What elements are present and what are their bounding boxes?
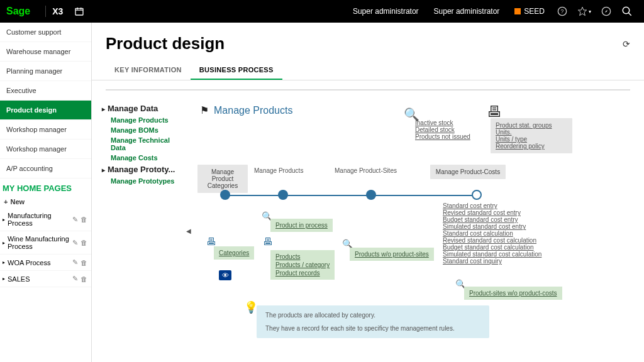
edit-icon[interactable]: ✎ bbox=[72, 275, 78, 283]
categories-link[interactable]: Categories bbox=[214, 246, 254, 260]
tab-key-info[interactable]: KEY INFORMATION bbox=[106, 60, 191, 80]
homepages-header: MY HOME PAGES bbox=[0, 178, 91, 195]
tree-node-manage-proto[interactable]: Manage Prototy... bbox=[102, 163, 186, 176]
link-cost-2[interactable]: Budget standard cost entry bbox=[443, 216, 541, 223]
calendar-icon[interactable] bbox=[74, 6, 84, 16]
tree-node-manage-boms[interactable]: Manage BOMs bbox=[102, 125, 186, 135]
link-cost-8[interactable]: Standard cost inquiry bbox=[443, 258, 541, 265]
process-tree: Manage Data Manage Products Manage BOMs … bbox=[92, 99, 186, 362]
favorite-icon[interactable]: ▾ bbox=[577, 6, 591, 16]
env-badge[interactable]: SEED bbox=[514, 7, 545, 16]
search-icon[interactable] bbox=[621, 6, 633, 17]
tab-bar: KEY INFORMATION BUSINESS PROCESS bbox=[92, 60, 644, 80]
svg-marker-8 bbox=[605, 10, 608, 13]
tree-node-manage-prototypes[interactable]: Manage Prototypes bbox=[102, 176, 186, 186]
edit-icon[interactable]: ✎ bbox=[72, 258, 78, 266]
user-link-1[interactable]: Super administrator bbox=[353, 7, 419, 16]
tab-business-process[interactable]: BUSINESS PROCESS bbox=[191, 60, 282, 80]
sidebar-item-6[interactable]: Workshop manager bbox=[0, 140, 91, 159]
edit-icon[interactable]: ✎ bbox=[72, 216, 78, 224]
sidebar-item-5[interactable]: Workshop manager bbox=[0, 120, 91, 140]
sidebar-item-2[interactable]: Planning manager bbox=[0, 62, 91, 81]
delete-icon[interactable]: 🗑 bbox=[80, 216, 87, 223]
process-diagram: ⚑ Manage Products 🔍 Inactive stock Detai… bbox=[191, 99, 644, 362]
env-label: SEED bbox=[524, 7, 545, 16]
divider bbox=[45, 6, 46, 17]
product-code: X3 bbox=[52, 6, 63, 16]
link-not-issued[interactable]: Products not issued bbox=[415, 133, 470, 140]
tree-node-manage-costs[interactable]: Manage Costs bbox=[102, 153, 186, 163]
link-cost-0[interactable]: Standard cost entry bbox=[443, 202, 541, 209]
link-products-cat[interactable]: Products / category bbox=[275, 261, 330, 269]
stage-categories: Manage Product Categories bbox=[197, 165, 248, 193]
tree-node-manage-products[interactable]: Manage Products bbox=[102, 115, 186, 125]
help-icon[interactable]: ? bbox=[557, 6, 567, 16]
node-1[interactable] bbox=[220, 190, 230, 200]
edit-icon[interactable]: ✎ bbox=[72, 239, 78, 247]
svg-rect-0 bbox=[75, 8, 83, 15]
link-units-type[interactable]: Units / type bbox=[496, 136, 567, 143]
user-link-2[interactable]: Super administrator bbox=[434, 7, 500, 16]
printer-icon-3[interactable]: 🖶 bbox=[263, 236, 273, 248]
top-bar: Sage X3 Super administrator Super admini… bbox=[0, 0, 644, 23]
info-tip: The products are allocated by category. … bbox=[257, 305, 489, 338]
node-2[interactable] bbox=[278, 190, 288, 200]
print-links: Product stat. groups Units. Units / type… bbox=[491, 118, 572, 153]
stage-sites: Manage Product-Sites bbox=[335, 167, 397, 174]
sidebar-item-0[interactable]: Customer support bbox=[0, 23, 91, 42]
lightbulb-icon: 💡 bbox=[244, 300, 258, 314]
refresh-icon[interactable]: ⟳ bbox=[623, 39, 630, 49]
page-title: Product design bbox=[106, 34, 623, 53]
collapse-handle-icon[interactable]: ◀ bbox=[186, 99, 191, 362]
link-cost-5[interactable]: Revised standard cost calculation bbox=[443, 237, 541, 244]
svg-line-10 bbox=[628, 13, 631, 16]
diagram-title: ⚑ Manage Products bbox=[200, 104, 292, 116]
delete-icon[interactable]: 🗑 bbox=[80, 259, 87, 266]
homepage-item-2[interactable]: ▸WOA Process✎🗑 bbox=[0, 255, 91, 271]
products-links: Products Products / category Product rec… bbox=[270, 250, 335, 280]
logo: Sage bbox=[6, 6, 30, 17]
link-stat-groups[interactable]: Product stat. groups bbox=[496, 122, 567, 129]
link-cost-3[interactable]: Simulated standard cost entry bbox=[443, 223, 541, 230]
delete-icon[interactable]: 🗑 bbox=[80, 239, 87, 246]
tree-node-manage-data[interactable]: Manage Data bbox=[102, 102, 186, 115]
stage-products: Manage Products bbox=[254, 167, 303, 174]
env-color-icon bbox=[514, 8, 521, 14]
link-reorder[interactable]: Reordering policy bbox=[496, 143, 567, 150]
link-units[interactable]: Units. bbox=[496, 129, 567, 136]
flag-icon: ⚑ bbox=[200, 104, 209, 116]
eye-icon[interactable]: 👁 bbox=[219, 270, 231, 280]
link-product-records[interactable]: Product records bbox=[275, 269, 330, 277]
homepage-item-0[interactable]: ▸Manufacturing Process✎🗑 bbox=[0, 208, 91, 231]
compass-icon[interactable] bbox=[601, 6, 611, 16]
link-inactive-stock[interactable]: Inactive stock bbox=[415, 119, 470, 126]
svg-point-9 bbox=[623, 7, 630, 14]
flow-line bbox=[223, 195, 477, 196]
svg-marker-6 bbox=[578, 7, 586, 15]
link-cost-1[interactable]: Revised standard cost entry bbox=[443, 209, 541, 216]
node-3[interactable] bbox=[366, 190, 376, 200]
delete-icon[interactable]: 🗑 bbox=[80, 275, 87, 283]
link-cost-4[interactable]: Standard cost calculation bbox=[443, 230, 541, 237]
sidebar-item-4[interactable]: Product design bbox=[0, 101, 91, 120]
sites-costs-link[interactable]: Product-sites w/o product-costs bbox=[464, 287, 562, 300]
svg-text:?: ? bbox=[561, 8, 564, 14]
sidebar: Customer supportWarehouse managerPlannin… bbox=[0, 23, 92, 362]
inactive-links: Inactive stock Detailed stock Products n… bbox=[415, 119, 470, 140]
process-link[interactable]: Product in process bbox=[270, 219, 333, 232]
sidebar-item-3[interactable]: Executive bbox=[0, 81, 91, 101]
sites-link[interactable]: Products w/o product-sites bbox=[350, 248, 434, 261]
link-cost-6[interactable]: Budget standard cost calculation bbox=[443, 244, 541, 251]
homepage-item-3[interactable]: ▸SALES✎🗑 bbox=[0, 271, 91, 287]
sidebar-item-7[interactable]: A/P accounting bbox=[0, 159, 91, 178]
node-4[interactable] bbox=[472, 190, 482, 200]
link-products[interactable]: Products bbox=[275, 253, 330, 261]
costs-links: Standard cost entry Revised standard cos… bbox=[443, 202, 541, 265]
process-panel: DESIGN/METHODS MANAGER ⟳ ⤢ bbox=[106, 89, 630, 90]
tree-node-manage-technical[interactable]: Manage Technical Data bbox=[102, 135, 186, 153]
sidebar-item-1[interactable]: Warehouse manager bbox=[0, 42, 91, 62]
link-cost-7[interactable]: Simulated standard cost calculation bbox=[443, 251, 541, 258]
new-homepage-link[interactable]: New bbox=[0, 195, 91, 208]
homepage-item-1[interactable]: ▸Wine Manufacturing Process✎🗑 bbox=[0, 231, 91, 255]
link-detailed-stock[interactable]: Detailed stock bbox=[415, 126, 470, 133]
